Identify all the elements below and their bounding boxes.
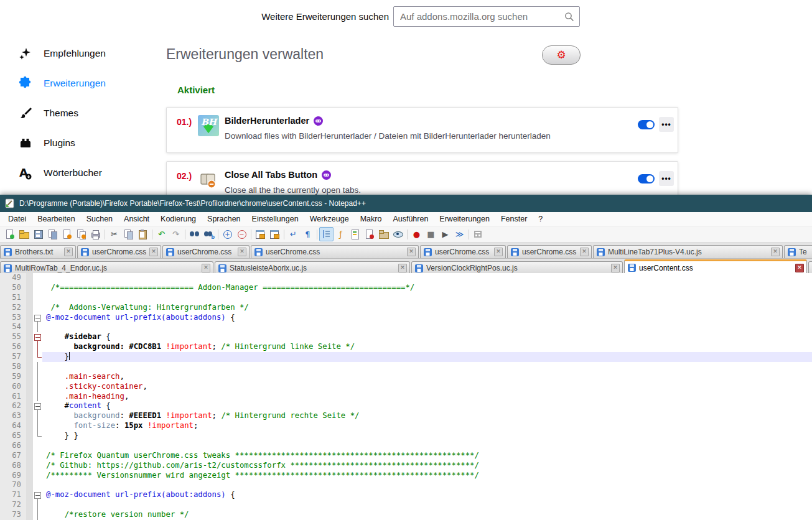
menu-werkzeuge[interactable]: Werkzeuge bbox=[304, 215, 355, 223]
macro-save-icon[interactable] bbox=[471, 227, 485, 241]
save-icon[interactable] bbox=[31, 227, 45, 241]
macro-record-icon[interactable]: ● bbox=[409, 227, 424, 241]
bookmark-margin[interactable] bbox=[26, 480, 33, 490]
code-text[interactable] bbox=[42, 480, 812, 490]
fold-margin[interactable] bbox=[33, 303, 42, 313]
fold-margin[interactable] bbox=[33, 500, 42, 510]
code-line-56[interactable]: 56 background: #CDC8B1 !important; /* Hi… bbox=[0, 342, 812, 352]
code-text[interactable]: .main-search, bbox=[42, 372, 812, 382]
fold-margin[interactable] bbox=[33, 362, 42, 372]
file-tab-te[interactable]: Te bbox=[784, 245, 812, 258]
paste-icon[interactable] bbox=[136, 227, 150, 241]
fold-margin[interactable] bbox=[33, 332, 42, 342]
file-tab-userchrome.css[interactable]: userChrome.css✕ bbox=[77, 245, 161, 258]
redo-icon[interactable]: ↷ bbox=[169, 227, 183, 241]
code-line-71[interactable]: 71@-moz-document url-prefix(about:addons… bbox=[0, 490, 812, 500]
tab-close-icon[interactable]: ✕ bbox=[407, 248, 416, 256]
fold-margin[interactable] bbox=[33, 372, 42, 382]
file-tab-usercontent.css[interactable]: userContent.css✕ bbox=[624, 259, 807, 274]
code-text[interactable]: } } bbox=[42, 431, 812, 441]
code-line-60[interactable]: 60 .sticky-container, bbox=[0, 382, 812, 392]
fold-margin[interactable] bbox=[33, 313, 42, 323]
code-text[interactable] bbox=[42, 362, 812, 372]
code-text[interactable]: #sidebar { bbox=[42, 332, 812, 342]
code-text[interactable]: @-moz-document url-prefix(about:addons) … bbox=[42, 313, 812, 323]
menu-makro[interactable]: Makro bbox=[355, 215, 388, 223]
tab-close-icon[interactable]: ✕ bbox=[238, 248, 246, 256]
menu-?[interactable]: ? bbox=[533, 215, 548, 223]
macro-play-icon[interactable]: ▶ bbox=[438, 227, 452, 241]
extension-name[interactable]: BilderHerunterlader bbox=[225, 116, 309, 126]
file-tab-userchrome.css[interactable]: userChrome.css✕ bbox=[507, 245, 592, 258]
code-line-49[interactable]: 49 bbox=[0, 273, 812, 283]
fold-margin[interactable] bbox=[33, 411, 42, 421]
search-box[interactable] bbox=[393, 6, 580, 27]
code-line-65[interactable]: 65 } } bbox=[0, 431, 812, 441]
bookmark-margin[interactable] bbox=[26, 313, 33, 323]
code-text[interactable]: .main-heading, bbox=[42, 392, 812, 402]
code-line-55[interactable]: 55 #sidebar { bbox=[0, 332, 812, 342]
bookmark-margin[interactable] bbox=[26, 342, 33, 352]
print-icon[interactable] bbox=[88, 227, 103, 241]
code-text[interactable]: @-moz-document url-prefix(about:addons) … bbox=[42, 490, 812, 500]
fold-margin[interactable] bbox=[33, 421, 42, 431]
extension-menu-button[interactable]: ••• bbox=[659, 117, 674, 132]
bookmark-margin[interactable] bbox=[26, 322, 33, 332]
sidebar-item-plugins[interactable]: Plugins bbox=[17, 128, 161, 158]
tab-close-icon[interactable]: ✕ bbox=[771, 248, 780, 256]
menu-bearbeiten[interactable]: Bearbeiten bbox=[32, 215, 80, 223]
code-text[interactable] bbox=[42, 273, 812, 283]
code-text[interactable]: /*============================= Addon-Ma… bbox=[42, 283, 812, 293]
code-line-58[interactable]: 58 bbox=[0, 362, 812, 372]
extension-card[interactable]: 01.)BHBilderHerunterladerDownload files … bbox=[166, 107, 678, 153]
bookmark-margin[interactable] bbox=[26, 372, 33, 382]
folder-workspace-icon[interactable] bbox=[376, 227, 391, 241]
fold-margin[interactable] bbox=[33, 431, 42, 441]
menu-sprachen[interactable]: Sprachen bbox=[202, 215, 246, 223]
extension-toggle[interactable] bbox=[638, 174, 655, 183]
menu-erweiterungen[interactable]: Erweiterungen bbox=[434, 215, 495, 223]
open-icon[interactable] bbox=[17, 227, 31, 241]
code-text[interactable]: background: #CDC8B1 !important; /* Hinte… bbox=[42, 342, 812, 352]
bookmark-margin[interactable] bbox=[26, 461, 33, 471]
code-line-70[interactable]: 70 bbox=[0, 480, 812, 490]
menu-kodierung[interactable]: Kodierung bbox=[155, 215, 202, 223]
copy-icon[interactable] bbox=[121, 227, 136, 241]
sidebar-item-erweiterungen[interactable]: Erweiterungen bbox=[17, 68, 161, 98]
code-text[interactable]: /* Firefox Quantum userChrome.css tweaks… bbox=[42, 451, 812, 461]
file-tab-userchrome.css[interactable]: userChrome.css✕ bbox=[251, 245, 419, 258]
code-text[interactable]: /* Github: https://github.com/aris-t2/cu… bbox=[42, 461, 812, 471]
sidebar-item-empfehlungen[interactable]: Empfehlungen bbox=[17, 39, 161, 68]
code-line-68[interactable]: 68/* Github: https://github.com/aris-t2/… bbox=[0, 461, 812, 471]
close-icon[interactable] bbox=[60, 227, 74, 241]
menu-fenster[interactable]: Fenster bbox=[495, 215, 533, 223]
tab-close-icon[interactable]: ✕ bbox=[494, 248, 503, 256]
fold-margin[interactable] bbox=[33, 490, 42, 500]
file-tab-userchrome.css[interactable]: userChrome.css✕ bbox=[162, 245, 250, 258]
macro-stop-icon[interactable]: ■ bbox=[424, 227, 438, 241]
bookmark-margin[interactable] bbox=[26, 471, 33, 481]
sync-v-icon[interactable] bbox=[253, 227, 268, 241]
code-line-69[interactable]: 69/********* Versionsnummer wird angezei… bbox=[0, 471, 812, 481]
file-tab-multirowtab-4-endor.uc.js[interactable]: MultiRowTab_4_Endor.uc.js✕ bbox=[0, 261, 213, 274]
code-line-67[interactable]: 67/* Firefox Quantum userChrome.css twea… bbox=[0, 451, 812, 461]
tab-close-icon[interactable]: ✕ bbox=[398, 264, 407, 272]
menu-ansicht[interactable]: Ansicht bbox=[118, 215, 155, 223]
file-monitor-icon[interactable] bbox=[391, 227, 405, 241]
code-line-59[interactable]: 59 .main-search, bbox=[0, 372, 812, 382]
code-line-50[interactable]: 50 /*============================= Addon… bbox=[0, 283, 812, 293]
code-text[interactable] bbox=[42, 322, 812, 332]
search-input[interactable] bbox=[394, 11, 564, 22]
bookmark-margin[interactable] bbox=[26, 441, 33, 451]
zoom-out-icon[interactable]: − bbox=[235, 227, 249, 241]
tab-close-icon[interactable]: ✕ bbox=[149, 248, 158, 256]
menu-suchen[interactable]: Suchen bbox=[81, 215, 118, 223]
fold-margin[interactable] bbox=[33, 392, 42, 402]
fold-margin[interactable] bbox=[33, 510, 42, 520]
code-text[interactable] bbox=[42, 500, 812, 510]
indent-guide-icon[interactable] bbox=[319, 227, 334, 241]
code-text[interactable]: /*restore version number */ bbox=[42, 510, 812, 520]
tab-close-icon[interactable]: ✕ bbox=[202, 264, 210, 272]
code-line-51[interactable]: 51 bbox=[0, 293, 812, 303]
code-text[interactable]: /********* Versionsnummer wird angezeigt… bbox=[42, 471, 812, 481]
